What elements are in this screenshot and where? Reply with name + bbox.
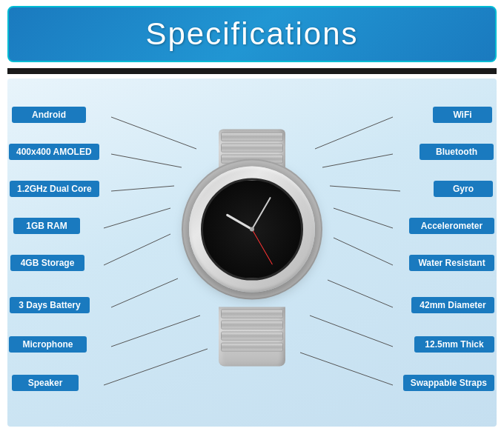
spec-thick: 12.5mm Thick xyxy=(414,336,494,353)
svg-line-12 xyxy=(334,238,393,265)
header: Specifications xyxy=(7,6,497,62)
spec-accelerometer: Accelerometer xyxy=(409,218,494,234)
center-dot xyxy=(250,227,254,232)
svg-line-2 xyxy=(111,186,174,191)
page-title: Specifications xyxy=(145,16,358,51)
second-hand xyxy=(252,229,273,264)
spec-gyro: Gyro xyxy=(434,181,493,197)
hour-hand xyxy=(226,213,253,230)
main-content: Android 400x400 AMOLED 1.2GHz Dual Core … xyxy=(7,79,497,427)
svg-line-4 xyxy=(104,234,170,265)
spec-amoled: 400x400 AMOLED xyxy=(9,144,99,160)
spec-cpu: 1.2GHz Dual Core xyxy=(10,181,99,197)
svg-line-11 xyxy=(334,208,393,228)
minute-hand xyxy=(251,197,271,230)
svg-line-3 xyxy=(104,208,170,228)
spec-bluetooth: Bluetooth xyxy=(420,144,494,160)
svg-line-5 xyxy=(111,278,178,307)
spec-android: Android xyxy=(12,107,86,123)
watch-case xyxy=(189,167,315,293)
spec-wifi: WiFi xyxy=(433,107,492,123)
spec-storage: 4GB Storage xyxy=(10,255,84,271)
spec-straps: Swappable Straps xyxy=(403,375,494,391)
divider xyxy=(7,68,497,74)
spec-speaker: Speaker xyxy=(12,375,79,391)
svg-line-13 xyxy=(328,280,393,307)
watch-image xyxy=(170,130,334,367)
watch-dial xyxy=(201,178,303,281)
spec-ram: 1GB RAM xyxy=(13,218,80,234)
spec-battery: 3 Days Battery xyxy=(10,297,90,313)
spec-microphone: Microphone xyxy=(9,336,87,353)
spec-diameter: 42mm Diameter xyxy=(411,297,494,313)
spec-water: Water Resistant xyxy=(409,255,494,271)
watch-band-bottom xyxy=(219,307,285,367)
svg-line-10 xyxy=(330,186,400,191)
